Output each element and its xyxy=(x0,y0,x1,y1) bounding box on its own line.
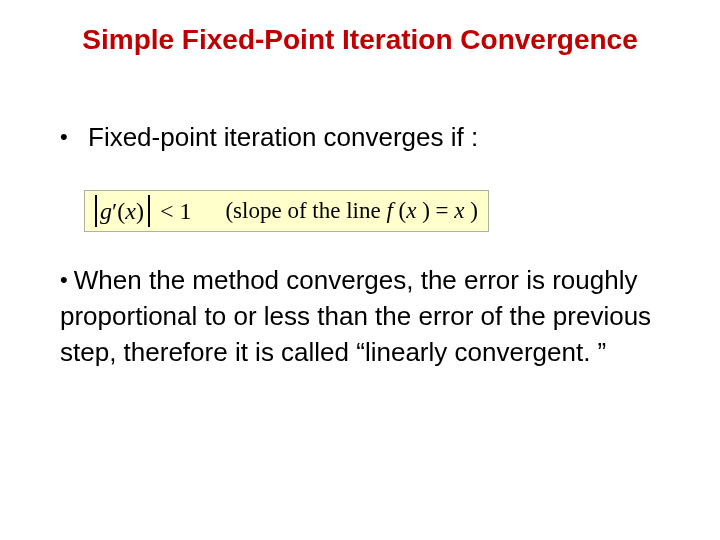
bullet-item-1: • Fixed-point iteration converges if : xyxy=(60,120,660,154)
formula-relation: < 1 xyxy=(160,198,192,225)
formula-highlight: g′(x) < 1 (slope of the line f (x ) = x … xyxy=(84,190,489,232)
bullet-item-2: • When the method converges, the error i… xyxy=(60,262,660,370)
bullet-dot-icon: • xyxy=(60,120,88,154)
bullet-dot-icon: • xyxy=(60,267,74,292)
slide-title: Simple Fixed-Point Iteration Convergence xyxy=(0,24,720,56)
formula-note: (slope of the line f (x ) = x ) xyxy=(225,198,478,224)
bullet-2-text: When the method converges, the error is … xyxy=(60,265,651,367)
slide-body: • Fixed-point iteration converges if : g… xyxy=(60,120,660,370)
abs-bars-icon: g′(x) xyxy=(95,195,150,227)
bullet-1-text: Fixed-point iteration converges if : xyxy=(88,120,478,154)
slide: Simple Fixed-Point Iteration Convergence… xyxy=(0,0,720,540)
